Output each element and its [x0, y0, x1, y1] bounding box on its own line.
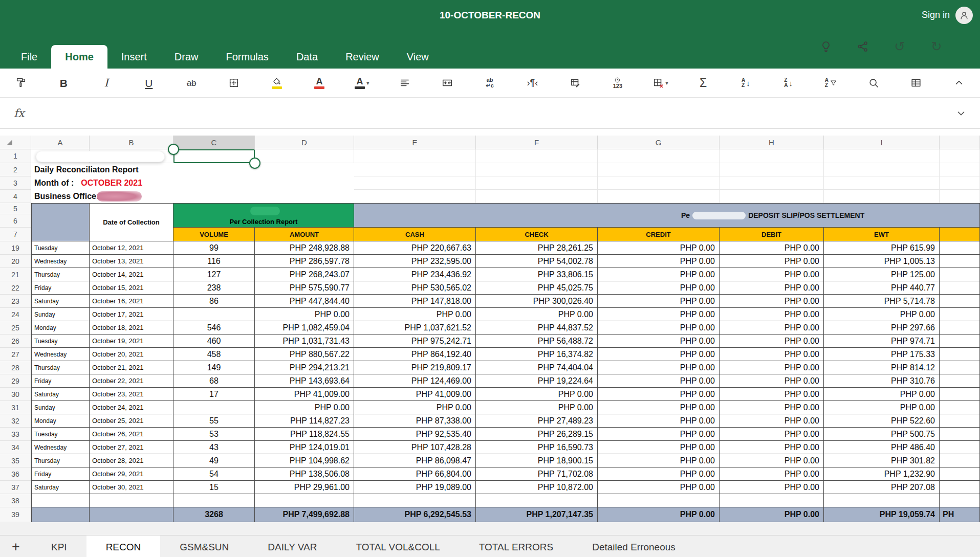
cell[interactable]: [940, 176, 980, 190]
column-header-i[interactable]: I: [824, 136, 940, 149]
column-header-check[interactable]: CHECK: [476, 228, 598, 241]
sort-ascending-button[interactable]: AZ↓: [738, 72, 753, 94]
search-button[interactable]: [866, 72, 881, 94]
cell-volume[interactable]: 460: [173, 335, 255, 348]
cell[interactable]: [940, 428, 980, 441]
column-header-debit[interactable]: DEBIT: [720, 228, 824, 241]
undo-button[interactable]: ↺: [892, 36, 907, 57]
cell[interactable]: [940, 190, 980, 203]
cell[interactable]: [940, 268, 980, 281]
row-header-25[interactable]: 25: [0, 321, 31, 335]
number-format-button[interactable]: 123: [610, 72, 625, 94]
cell-credit[interactable]: PHP 0.00: [598, 428, 720, 441]
cell[interactable]: [476, 494, 598, 507]
cell-cash[interactable]: PHP 232,595.00: [354, 255, 476, 268]
cell[interactable]: [31, 494, 90, 507]
cell-date[interactable]: October 18, 2021: [90, 321, 173, 335]
row-header-24[interactable]: 24: [0, 308, 31, 321]
cell[interactable]: [940, 321, 980, 335]
cell-volume[interactable]: 127: [173, 268, 255, 281]
cell-check[interactable]: PHP 54,002.78: [476, 255, 598, 268]
cell-debit[interactable]: PHP 0.00: [720, 388, 824, 401]
cell-total-credit[interactable]: PHP 0.00: [598, 507, 720, 522]
cell-day[interactable]: Monday: [31, 414, 90, 428]
cell-day[interactable]: Thursday: [31, 268, 90, 281]
cell-check[interactable]: PHP 74,404.04: [476, 361, 598, 374]
cell-credit[interactable]: PHP 0.00: [598, 401, 720, 414]
cell-amount[interactable]: PHP 124,019.01: [255, 441, 354, 454]
cell-date[interactable]: October 25, 2021: [90, 414, 173, 428]
cell-debit[interactable]: PHP 0.00: [720, 335, 824, 348]
cell-credit[interactable]: PHP 0.00: [598, 361, 720, 374]
cell-date[interactable]: October 16, 2021: [90, 295, 173, 308]
cell-cash[interactable]: PHP 147,818.00: [354, 295, 476, 308]
cell-volume[interactable]: 53: [173, 428, 255, 441]
cell-volume[interactable]: 546: [173, 321, 255, 335]
cell[interactable]: [598, 176, 720, 190]
cell-a5[interactable]: [31, 203, 90, 241]
cell-date[interactable]: October 29, 2021: [90, 467, 173, 481]
cell-credit[interactable]: PHP 0.00: [598, 241, 720, 255]
cell-cash[interactable]: PHP 234,436.92: [354, 268, 476, 281]
cell-amount[interactable]: PHP 114,827.23: [255, 414, 354, 428]
cell-ewt[interactable]: PHP 0.00: [824, 308, 940, 321]
cell-ewt[interactable]: PHP 0.00: [824, 388, 940, 401]
sign-in-label[interactable]: Sign in: [922, 10, 950, 20]
row-header-23[interactable]: 23: [0, 295, 31, 308]
cell-date[interactable]: October 14, 2021: [90, 268, 173, 281]
sheet-view-button[interactable]: [908, 72, 924, 94]
cell-total-ewt[interactable]: PHP 19,059.74: [824, 507, 940, 522]
cell-day[interactable]: Friday: [31, 374, 90, 388]
cell-day[interactable]: Wednesday: [31, 441, 90, 454]
cell-volume[interactable]: 43: [173, 441, 255, 454]
sheet-tab-detailed-erroneous[interactable]: Detailed Erroneous: [573, 536, 695, 557]
cell-debit[interactable]: PHP 0.00: [720, 255, 824, 268]
row-header-38[interactable]: 38: [0, 494, 31, 507]
cell-volume[interactable]: 68: [173, 374, 255, 388]
ribbon-tab-review[interactable]: Review: [332, 45, 393, 69]
cell-amount[interactable]: PHP 286,597.78: [255, 255, 354, 268]
cell-date[interactable]: October 17, 2021: [90, 308, 173, 321]
cell-debit[interactable]: PHP 0.00: [720, 268, 824, 281]
paragraph-direction-button[interactable]: ›¶‹: [525, 72, 540, 94]
cell-day[interactable]: Tuesday: [31, 241, 90, 255]
row-header-5[interactable]: 5: [0, 203, 31, 214]
cell-ewt[interactable]: PHP 486.40: [824, 441, 940, 454]
cell[interactable]: [90, 494, 173, 507]
cell-volume[interactable]: 49: [173, 454, 255, 467]
cell-date[interactable]: October 22, 2021: [90, 374, 173, 388]
cell[interactable]: [354, 149, 476, 163]
cell-credit[interactable]: PHP 0.00: [598, 308, 720, 321]
cell[interactable]: [940, 374, 980, 388]
cell[interactable]: [940, 281, 980, 295]
cell-ewt[interactable]: PHP 522.60: [824, 414, 940, 428]
align-left-button[interactable]: [397, 72, 412, 94]
cell-amount[interactable]: PHP 143,693.64: [255, 374, 354, 388]
cell-total-blank[interactable]: [31, 507, 90, 522]
sort-filter-button[interactable]: AZ: [823, 72, 839, 94]
cell[interactable]: [940, 348, 980, 361]
cell-date[interactable]: October 13, 2021: [90, 255, 173, 268]
cell-total-volume[interactable]: 3268: [173, 507, 255, 522]
ribbon-tab-view[interactable]: View: [393, 45, 443, 69]
cell-credit[interactable]: PHP 0.00: [598, 268, 720, 281]
cell[interactable]: [940, 295, 980, 308]
cell-total-debit[interactable]: PHP 0.00: [720, 507, 824, 522]
cell[interactable]: [940, 308, 980, 321]
ribbon-tab-file[interactable]: File: [7, 45, 51, 69]
cell-credit[interactable]: PHP 0.00: [598, 441, 720, 454]
cell-office[interactable]: Business Office:: [31, 190, 354, 203]
selection-handle-bottom-right[interactable]: [249, 158, 260, 169]
row-header-26[interactable]: 26: [0, 335, 31, 348]
cell-day[interactable]: Wednesday: [31, 255, 90, 268]
cell-volume[interactable]: 149: [173, 361, 255, 374]
row-header-34[interactable]: 34: [0, 441, 31, 454]
cell-check[interactable]: PHP 16,374.82: [476, 348, 598, 361]
cell-credit[interactable]: PHP 0.00: [598, 414, 720, 428]
cell-check[interactable]: PHP 27,489.23: [476, 414, 598, 428]
row-header-19[interactable]: 19: [0, 241, 31, 255]
row-header-3[interactable]: 3: [0, 176, 31, 190]
cell-amount[interactable]: PHP 138,506.08: [255, 467, 354, 481]
cell-check[interactable]: PHP 18,900.15: [476, 454, 598, 467]
row-header-39[interactable]: 39: [0, 507, 31, 522]
